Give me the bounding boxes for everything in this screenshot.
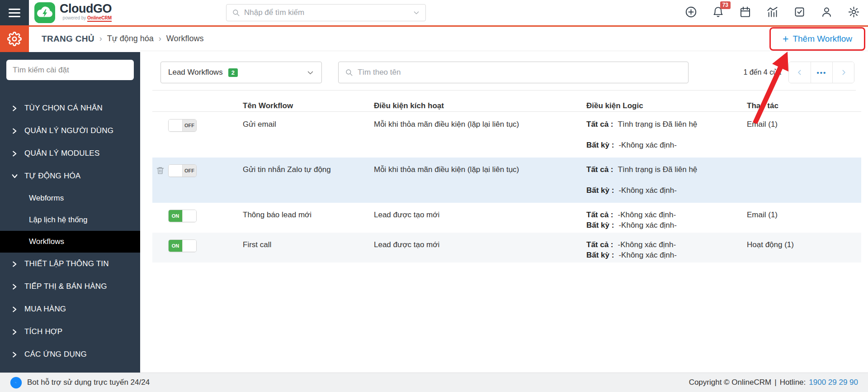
logic-any-label: Bất kỳ : <box>586 251 614 260</box>
global-search[interactable] <box>226 4 426 21</box>
brand-logo[interactable]: CloudGO powered by OnlineCRM <box>34 2 112 23</box>
workflow-table-row: OFF Gửi email Mỗi khi thỏa mãn điều kiện… <box>152 112 861 158</box>
search-icon <box>345 68 353 76</box>
chevron-right-icon <box>12 128 18 134</box>
workflow-name[interactable]: First call <box>243 233 374 263</box>
chevron-right-icon <box>12 306 18 312</box>
logic-all-label: Tất cả : <box>586 210 613 220</box>
tasks-checkbox-icon[interactable] <box>793 6 806 18</box>
workflows-panel: Lead Workflows 2 1 đến 4 của ••• <box>140 51 868 373</box>
pagination-prev-button[interactable] <box>789 62 811 83</box>
workflow-name[interactable]: Thông báo lead mới <box>243 203 374 233</box>
analytics-icon[interactable] <box>766 6 778 18</box>
sidebar-menu: TÙY CHỌN CÁ NHÂNQUẢN LÝ NGƯỜI DÙNGQUẢN L… <box>0 97 140 366</box>
workflow-table-body: OFF Gửi email Mỗi khi thỏa mãn điều kiện… <box>152 112 861 373</box>
hamburger-menu-button[interactable] <box>0 0 29 25</box>
plus-icon: + <box>783 35 788 43</box>
profile-icon[interactable] <box>821 6 833 18</box>
settings-gear-icon[interactable] <box>848 6 860 18</box>
workflow-name[interactable]: Gửi tin nhắn Zalo tự động <box>243 158 374 203</box>
pagination: 1 đến 4 của ••• <box>743 62 854 83</box>
messenger-icon <box>10 377 22 389</box>
logic-any-value: -Không xác định- <box>618 251 677 260</box>
sidebar-group-ti-p-th-b-n-h-ng[interactable]: TIẾP THỊ & BÁN HÀNG <box>0 275 140 298</box>
chevron-right-icon <box>12 261 18 267</box>
add-workflow-button[interactable]: + Thêm Workflow <box>783 34 852 44</box>
delete-trash-icon[interactable] <box>156 166 165 175</box>
breadcrumb-automation[interactable]: Tự động hóa <box>107 34 154 43</box>
sidebar-group-t-y-ch-n-c-nh-n[interactable]: TÙY CHỌN CÁ NHÂN <box>0 97 140 120</box>
workflow-actions <box>747 158 861 203</box>
workflow-status-toggle[interactable]: OFF <box>168 164 197 177</box>
workflow-table-row: ON First call Lead được tạo mới Tất cả :… <box>152 233 861 263</box>
workflow-logic-condition: Tất cả :-Không xác định- Bất kỳ :-Không … <box>586 203 747 233</box>
sidebar-group-t-ch-h-p[interactable]: TÍCH HỢP <box>0 320 140 343</box>
workflow-status-toggle[interactable]: OFF <box>168 119 197 132</box>
breadcrumb: TRANG CHỦ › Tự động hóa › Workflows <box>42 27 204 51</box>
breadcrumb-separator: › <box>159 34 161 43</box>
sidebar-search-input[interactable] <box>6 60 134 80</box>
global-search-input[interactable] <box>244 8 409 17</box>
sidebar-group-c-c-ng-d-ng[interactable]: CÁC ỨNG DỤNG <box>0 343 140 366</box>
logic-all-value: Tình trạng is Đã liên hệ <box>618 165 698 174</box>
workflow-name-search-input[interactable] <box>358 68 682 77</box>
chevron-right-icon <box>12 284 18 290</box>
breadcrumb-home[interactable]: TRANG CHỦ <box>42 34 94 44</box>
logic-any-value: -Không xác định- <box>618 221 677 230</box>
workflow-status-toggle[interactable]: ON <box>168 239 197 252</box>
cloudgo-logo-icon <box>34 2 55 23</box>
workflow-type-label: Lead Workflows <box>168 68 223 77</box>
workflow-actions: Email (1) <box>747 203 861 233</box>
brand-powered-by: powered by OnlineCRM <box>60 15 112 20</box>
sidebar-group-t-ng-h-a[interactable]: TỰ ĐỘNG HÓA <box>0 165 140 187</box>
quick-add-icon[interactable] <box>685 6 697 18</box>
chevron-right-icon <box>12 151 18 157</box>
workflow-type-dropdown[interactable]: Lead Workflows 2 <box>160 62 322 83</box>
sidebar-item-l-p-l-ch-h-th-ng[interactable]: Lập lịch hệ thống <box>0 209 140 231</box>
sidebar-group-qu-n-l-modules[interactable]: QUẢN LÝ MODULES <box>0 142 140 165</box>
sidebar-group-thi-t-l-p-th-ng-tin[interactable]: THIẾT LẬP THÔNG TIN <box>0 253 140 275</box>
pagination-next-button[interactable] <box>832 62 854 83</box>
notifications-bell-icon[interactable]: 73 <box>712 6 724 18</box>
chevron-right-icon <box>840 69 847 76</box>
logic-any-value: -Không xác định- <box>618 141 677 150</box>
workflow-logic-condition: Tất cả :Tình trạng is Đã liên hệ Bất kỳ … <box>586 158 747 203</box>
hotline-label: Hotline: <box>780 378 806 387</box>
breadcrumb-workflows[interactable]: Workflows <box>166 34 204 43</box>
settings-sidebar: TÙY CHỌN CÁ NHÂNQUẢN LÝ NGƯỜI DÙNGQUẢN L… <box>0 52 140 373</box>
footer-bar: Bot hỗ trợ sử dụng trực tuyến 24/24 Copy… <box>0 373 868 392</box>
settings-rail-icon[interactable] <box>0 25 29 52</box>
top-icon-bar: 73 <box>685 6 860 18</box>
workflow-status-toggle[interactable]: ON <box>168 210 197 222</box>
calendar-icon[interactable] <box>739 6 751 18</box>
chevron-right-icon <box>12 105 18 111</box>
top-bar: CloudGO powered by OnlineCRM 73 <box>0 0 868 25</box>
logic-any-label: Bất kỳ : <box>586 221 614 230</box>
sidebar-search[interactable] <box>6 60 134 80</box>
logic-all-label: Tất cả : <box>586 165 613 174</box>
sidebar-item-workflows[interactable]: Workflows <box>0 231 140 253</box>
support-bot-link[interactable]: Bot hỗ trợ sử dụng trực tuyến 24/24 <box>10 377 150 389</box>
workflow-name[interactable]: Gửi email <box>243 112 374 158</box>
column-header-logic: Điều kiện Logic <box>586 94 747 110</box>
column-header-actions: Thao tác <box>747 94 861 110</box>
sidebar-group-mua-h-ng[interactable]: MUA HÀNG <box>0 298 140 320</box>
pagination-more-button[interactable]: ••• <box>811 62 832 83</box>
chevron-down-icon[interactable] <box>413 9 420 16</box>
workflow-name-search[interactable] <box>338 62 689 83</box>
workflow-count-badge: 2 <box>228 68 238 77</box>
sidebar-group-qu-n-l-ng-i-d-ng[interactable]: QUẢN LÝ NGƯỜI DÙNG <box>0 120 140 142</box>
footer-separator: | <box>774 378 776 387</box>
pagination-range-text: 1 đến 4 của <box>743 68 781 76</box>
workflow-trigger-condition: Mỗi khi thỏa mãn điều kiện (lặp lại liên… <box>374 112 586 158</box>
workflow-trigger-condition: Lead được tạo mới <box>374 233 586 263</box>
brand-name: CloudGO <box>60 2 112 15</box>
sidebar-item-webforms[interactable]: Webforms <box>0 187 140 209</box>
logic-any-label: Bất kỳ : <box>586 141 614 150</box>
accent-divider <box>26 25 868 27</box>
workflow-logic-condition: Tất cả :Tình trạng is Đã liên hệ Bất kỳ … <box>586 112 747 158</box>
chevron-left-icon <box>796 69 803 76</box>
hotline-number[interactable]: 1900 29 29 90 <box>809 378 858 387</box>
workflow-actions: Email (1) <box>747 112 861 158</box>
list-toolbar: Lead Workflows 2 1 đến 4 của ••• <box>160 62 854 83</box>
